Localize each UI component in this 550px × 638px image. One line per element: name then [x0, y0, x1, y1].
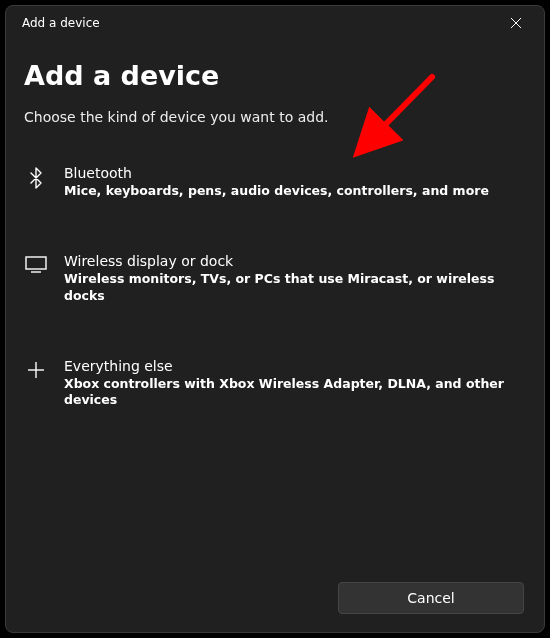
option-desc: Wireless monitors, TVs, or PCs that use …: [64, 271, 522, 304]
option-text-group: Everything else Xbox controllers with Xb…: [64, 358, 522, 409]
option-bluetooth[interactable]: Bluetooth Mice, keyboards, pens, audio d…: [24, 153, 526, 211]
plus-icon: [24, 358, 48, 380]
add-device-dialog: Add a device Add a device Choose the kin…: [5, 5, 545, 633]
display-icon: [24, 253, 48, 273]
option-desc: Xbox controllers with Xbox Wireless Adap…: [64, 376, 522, 409]
cancel-button[interactable]: Cancel: [338, 582, 524, 614]
option-text-group: Wireless display or dock Wireless monito…: [64, 253, 522, 304]
close-button[interactable]: [496, 8, 536, 38]
window-title: Add a device: [22, 16, 100, 30]
titlebar: Add a device: [6, 6, 544, 40]
dialog-content: Add a device Choose the kind of device y…: [6, 40, 544, 568]
option-everything-else[interactable]: Everything else Xbox controllers with Xb…: [24, 346, 526, 421]
option-title: Bluetooth: [64, 165, 522, 181]
bluetooth-icon: [24, 165, 48, 189]
svg-rect-2: [26, 257, 46, 269]
option-text-group: Bluetooth Mice, keyboards, pens, audio d…: [64, 165, 522, 199]
option-wireless-display[interactable]: Wireless display or dock Wireless monito…: [24, 241, 526, 316]
option-title: Everything else: [64, 358, 522, 374]
option-title: Wireless display or dock: [64, 253, 522, 269]
dialog-footer: Cancel: [6, 568, 544, 632]
option-desc: Mice, keyboards, pens, audio devices, co…: [64, 183, 522, 199]
close-icon: [510, 17, 522, 29]
page-title: Add a device: [24, 60, 526, 91]
page-subtitle: Choose the kind of device you want to ad…: [24, 109, 526, 125]
